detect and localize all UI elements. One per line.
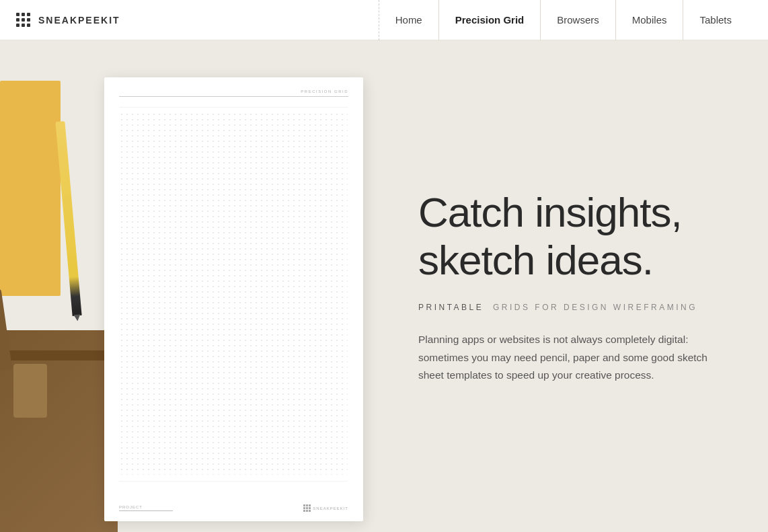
paper-top-line (119, 96, 348, 97)
logo-dot (27, 18, 30, 22)
subheading-prefix: PRINTABLE (418, 303, 484, 312)
bag-strap (0, 289, 12, 371)
notebook-decoration (0, 81, 61, 296)
paper-footer-left: PROJECT (119, 505, 173, 511)
paper-brand-text: SNEAKPEEKIT (313, 506, 348, 510)
logo-dot (16, 24, 20, 27)
ruler-svg: for(let i=0;i<50;i++){ let x = i*7; let … (119, 102, 348, 108)
logo-area[interactable]: SNEAKPEEKIT (16, 13, 120, 27)
bag-strap-top (7, 350, 111, 360)
nav-mobiles[interactable]: Mobiles (615, 0, 683, 40)
nav-precision-grid[interactable]: Precision Grid (438, 0, 541, 40)
logo-dot (22, 18, 25, 22)
grid-dots-icon (16, 13, 30, 27)
hero-right-area: Catch insights, sketch ideas. PRINTABLE … (391, 40, 768, 532)
logo-dot (22, 24, 25, 27)
footer-line (119, 510, 173, 511)
site-header: SNEAKPEEKIT Home Precision Grid Browsers… (0, 0, 768, 40)
main-nav: Home Precision Grid Browsers Mobiles Tab… (379, 0, 748, 40)
hero-section: PRECISION GRID for(let i=0;i<50;i++){ le… (0, 40, 768, 532)
grid-paper-sheet: PRECISION GRID for(let i=0;i<50;i++){ le… (104, 77, 363, 521)
nav-home[interactable]: Home (379, 0, 438, 40)
hero-description: Planning apps or websites is not always … (418, 331, 714, 384)
hero-left-area: PRECISION GRID for(let i=0;i<50;i++){ le… (0, 40, 390, 532)
paper-project-label: PROJECT (119, 505, 173, 509)
hero-heading-line2: sketch ideas. (418, 237, 653, 283)
logo-dot (27, 13, 30, 16)
hero-heading-line1: Catch insights, (418, 189, 682, 235)
ruler-row: for(let i=0;i<50;i++){ let x = i*7; let … (119, 102, 348, 108)
logo-dot (22, 13, 25, 16)
paper-header: PRECISION GRID (119, 89, 348, 93)
bottom-ruler-svg: for(let i=0;i<50;i++){ let x = i*7; let … (119, 481, 348, 486)
hero-heading: Catch insights, sketch ideas. (418, 188, 714, 284)
svg-rect-3 (119, 112, 348, 475)
logo-dot (16, 18, 20, 22)
dot-grid-svg (119, 112, 348, 475)
bottom-ruler-row: for(let i=0;i<50;i++){ let x = i*7; let … (119, 481, 348, 486)
hero-subheading: PRINTABLE GRIDS FOR DESIGN WIREFRAMING (418, 303, 714, 312)
paper-title-text: PRECISION GRID (301, 89, 348, 93)
bag-decoration (0, 330, 118, 532)
paper-footer-logo: SNEAKPEEKIT (303, 504, 348, 512)
footer-dots-icon (303, 504, 311, 512)
logo-dot (27, 24, 30, 27)
logo-text: SNEAKPEEKIT (38, 15, 120, 26)
subheading-suffix: GRIDS FOR DESIGN WIREFRAMING (493, 303, 697, 312)
nav-tablets[interactable]: Tablets (683, 0, 748, 40)
nav-browsers[interactable]: Browsers (540, 0, 615, 40)
bag-pocket (13, 364, 47, 418)
paper-footer: PROJECT SNEAKPEEKIT (119, 504, 348, 512)
logo-dot (16, 13, 20, 16)
